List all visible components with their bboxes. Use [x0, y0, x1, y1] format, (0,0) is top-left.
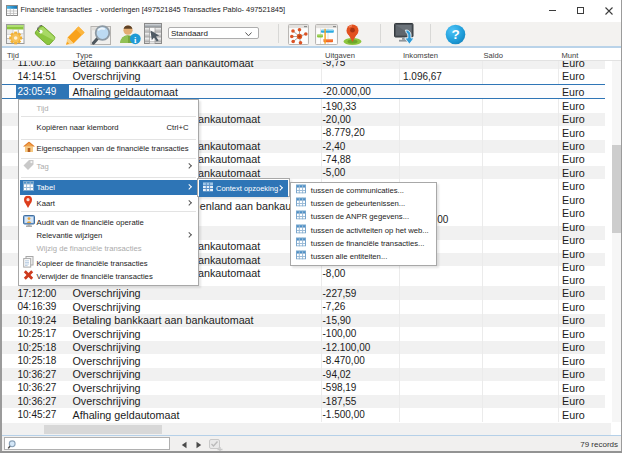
svg-text:?: ?: [451, 27, 459, 42]
